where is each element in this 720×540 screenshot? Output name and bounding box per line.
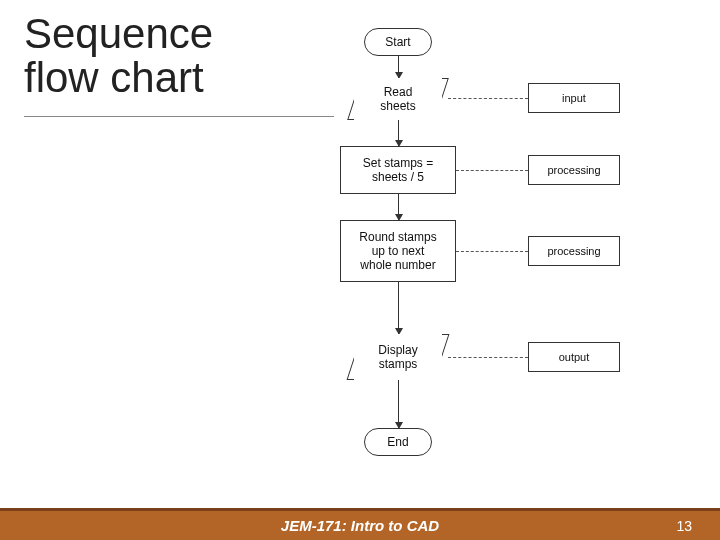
flow-calc: Set stamps = sheets / 5: [340, 146, 456, 194]
flow-end-label: End: [387, 435, 408, 449]
dash-read-input: [448, 98, 528, 99]
arrow-display-to-end: [398, 380, 399, 428]
flow-read-label: Read sheets: [380, 85, 415, 113]
flow-display: Display stamps: [354, 334, 442, 380]
flow-calc-label: Set stamps = sheets / 5: [363, 156, 433, 184]
footer-bar: JEM-171: Intro to CAD 13: [0, 508, 720, 540]
annot-proc2-label: processing: [547, 245, 600, 257]
flow-start-label: Start: [385, 35, 410, 49]
flow-start: Start: [364, 28, 432, 56]
flow-display-label: Display stamps: [378, 343, 417, 371]
arrow-round-to-display: [398, 282, 399, 334]
annot-proc1-label: processing: [547, 164, 600, 176]
flow-end: End: [364, 428, 432, 456]
annot-output-label: output: [559, 351, 590, 363]
arrow-start-to-read: [398, 56, 399, 78]
flow-round: Round stamps up to next whole number: [340, 220, 456, 282]
footer-page-number: 13: [439, 518, 720, 534]
dash-round-proc: [456, 251, 528, 252]
annot-input-label: input: [562, 92, 586, 104]
arrow-read-to-calc: [398, 120, 399, 146]
flow-read: Read sheets: [354, 78, 442, 120]
dash-display-output: [448, 357, 528, 358]
annot-input: input: [528, 83, 620, 113]
annot-output: output: [528, 342, 620, 372]
flowchart-canvas: Start Read sheets Set stamps = sheets / …: [0, 0, 720, 540]
dash-calc-proc: [456, 170, 528, 171]
annot-proc2: processing: [528, 236, 620, 266]
annot-proc1: processing: [528, 155, 620, 185]
flow-round-label: Round stamps up to next whole number: [359, 230, 436, 272]
arrow-calc-to-round: [398, 194, 399, 220]
footer-course: JEM-171: Intro to CAD: [281, 517, 439, 534]
